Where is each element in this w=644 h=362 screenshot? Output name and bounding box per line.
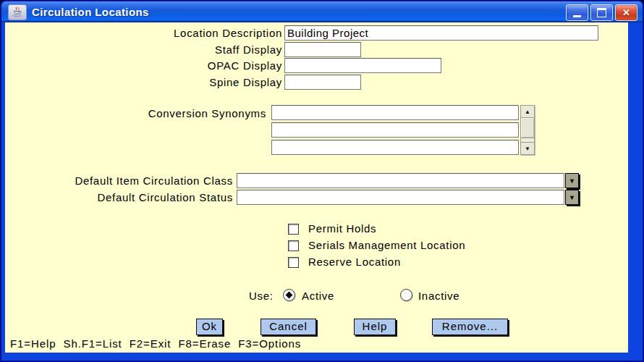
use-label: Use: [249,290,274,302]
scroll-down-icon: ▼ [525,146,530,152]
java-application-icon[interactable] [8,4,27,20]
active-label: Active [302,290,334,302]
remove-button[interactable]: Remove... [432,319,508,335]
maximize-button[interactable] [590,4,613,21]
synonyms-scrollbar[interactable]: ▲ ▼ [520,105,535,155]
chevron-down-icon: ▼ [569,177,575,185]
default-item-circulation-class-field[interactable] [237,173,564,188]
window-controls: ✕ [566,4,637,21]
spine-display-label: Spine Display [101,76,282,88]
cancel-button[interactable]: Cancel [260,319,316,335]
chevron-down-icon: ▼ [569,194,575,201]
default-item-circulation-class-dropdown-button[interactable]: ▼ [565,173,579,188]
opac-display-input[interactable] [284,58,441,73]
scroll-down-button[interactable]: ▼ [521,142,534,154]
scrollbar-thumb[interactable] [521,118,534,138]
location-description-input[interactable] [284,25,598,41]
reserve-location-checkbox[interactable] [288,257,299,268]
default-circulation-status-dropdown-button[interactable]: ▼ [565,190,579,205]
reserve-location-label: Reserve Location [308,256,401,268]
function-key-statusbar: F1=Help Sh.F1=List F2=Exit F8=Erase F3=O… [10,337,301,350]
conversion-synonyms-label: Conversion Synonyms [87,107,266,119]
minimize-icon [573,15,581,17]
scroll-up-icon: ▲ [525,109,530,115]
permit-holds-label: Permit Holds [308,222,376,235]
active-radio[interactable] [283,289,295,301]
conversion-synonym-input-3[interactable] [271,140,519,155]
staff-display-input[interactable] [284,42,361,57]
default-circulation-status-label: Default Circulation Status [29,191,233,203]
minimize-button[interactable] [566,4,588,21]
location-description-label: Location Description [101,27,282,39]
conversion-synonym-input-1[interactable] [271,105,519,120]
opac-display-label: OPAC Display [101,59,282,72]
coffee-cup-icon [12,7,23,17]
serials-management-location-checkbox[interactable] [288,240,299,251]
permit-holds-checkbox[interactable] [288,224,299,235]
staff-display-label: Staff Display [101,43,282,56]
conversion-synonym-input-2[interactable] [271,122,519,138]
radio-dot [286,292,293,299]
default-item-circulation-class-label: Default Item Circulation Class [29,174,233,187]
close-button[interactable]: ✕ [615,4,637,21]
help-button[interactable]: Help [354,319,396,335]
serials-management-location-label: Serials Management Location [308,239,465,251]
default-circulation-status-field[interactable] [237,190,564,205]
circulation-locations-window: Circulation Locations ✕ Location Descrip… [0,0,644,362]
scroll-up-button[interactable]: ▲ [521,106,534,118]
ok-button[interactable]: Ok [196,319,223,335]
close-icon: ✕ [622,8,630,17]
maximize-icon [597,8,606,17]
title-bar[interactable]: Circulation Locations ✕ [1,1,643,22]
inactive-radio[interactable] [400,289,412,301]
window-title: Circulation Locations [32,6,149,18]
inactive-label: Inactive [418,290,459,302]
spine-display-input[interactable] [284,75,361,90]
